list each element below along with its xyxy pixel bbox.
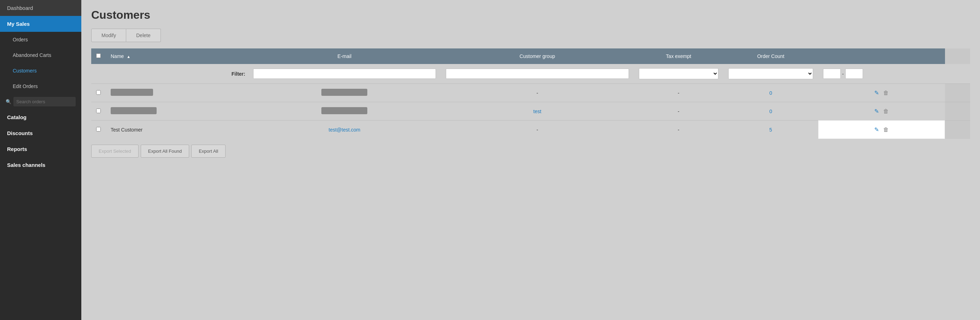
- row1-order-count-cell: 0: [723, 84, 818, 102]
- sidebar-item-edit-orders[interactable]: Edit Orders: [0, 78, 81, 94]
- delete-button[interactable]: Delete: [126, 29, 161, 42]
- sidebar-item-sales-channels[interactable]: Sales channels: [0, 157, 81, 173]
- row3-name-cell: Test Customer: [106, 121, 248, 139]
- search-orders-input[interactable]: [13, 97, 76, 107]
- row1-checkbox-cell: [91, 84, 106, 102]
- row2-name-cell: [106, 102, 248, 121]
- row3-email-cell: test@test.com: [248, 121, 441, 139]
- sidebar: Dashboard My Sales Orders Abandoned Cart…: [0, 0, 81, 320]
- name-sort-arrow: ▲: [127, 54, 130, 59]
- row2-tax-cell: -: [634, 102, 724, 121]
- row2-email-cell: [248, 102, 441, 121]
- row2-delete-button[interactable]: 🗑: [882, 107, 890, 116]
- row3-order-count-link[interactable]: 5: [769, 127, 772, 132]
- filter-range-dash: -: [842, 71, 844, 77]
- filter-name-cell: [248, 64, 441, 84]
- row1-checkbox[interactable]: [96, 90, 101, 95]
- page-title: Customers: [91, 8, 970, 22]
- filter-actions-cell: [945, 64, 970, 84]
- sidebar-item-customers[interactable]: Customers: [0, 63, 81, 78]
- sidebar-item-discounts[interactable]: Discounts: [0, 125, 81, 141]
- row3-checkbox[interactable]: [96, 127, 101, 132]
- modify-button[interactable]: Modify: [91, 29, 126, 42]
- filter-group-cell: [634, 64, 724, 84]
- filter-name-input[interactable]: [253, 68, 436, 79]
- filter-order-min-input[interactable]: [823, 68, 841, 79]
- header-email[interactable]: E-mail: [248, 48, 441, 64]
- filter-email-input[interactable]: [446, 68, 628, 79]
- header-tax-exempt[interactable]: Tax exempt: [634, 48, 724, 64]
- filter-tax-select[interactable]: [728, 68, 813, 79]
- row1-order-count-link[interactable]: 0: [769, 90, 772, 96]
- export-buttons: Export Selected Export All Found Export …: [91, 145, 970, 158]
- filter-label: Filter:: [106, 64, 248, 84]
- row1-email-placeholder: [321, 89, 368, 96]
- action-buttons: Modify Delete: [91, 29, 970, 42]
- table-header-row: Name ▲ E-mail Customer group Tax exempt …: [91, 48, 970, 64]
- row3-order-count-cell: 5: [723, 121, 818, 139]
- header-actions-col: [818, 48, 945, 64]
- filter-tax-cell: [723, 64, 818, 84]
- filter-row: Filter:: [91, 64, 970, 84]
- row1-edit-button[interactable]: ✎: [873, 88, 880, 97]
- sidebar-item-reports[interactable]: Reports: [0, 141, 81, 157]
- row1-name-placeholder: [111, 89, 153, 96]
- sidebar-item-dashboard[interactable]: Dashboard: [0, 0, 81, 16]
- row1-email-cell: [248, 84, 441, 102]
- search-icon: 🔍: [6, 99, 11, 104]
- row3-email-link[interactable]: test@test.com: [329, 127, 361, 132]
- row2-group-cell: test: [441, 102, 633, 121]
- row1-group-cell: -: [441, 84, 633, 102]
- header-name[interactable]: Name ▲: [106, 48, 248, 64]
- export-selected-button[interactable]: Export Selected: [91, 145, 138, 158]
- filter-order-max-input[interactable]: [845, 68, 863, 79]
- filter-email-cell: [441, 64, 633, 84]
- row2-name-placeholder: [111, 107, 157, 114]
- row3-delete-button[interactable]: 🗑: [882, 125, 890, 134]
- row1-tax-cell: -: [634, 84, 724, 102]
- row3-tax-cell: -: [634, 121, 724, 139]
- header-customer-group[interactable]: Customer group: [441, 48, 633, 64]
- row2-checkbox-cell: [91, 102, 106, 121]
- table-row: test - 0 ✎ 🗑: [91, 102, 970, 121]
- row2-order-count-link[interactable]: 0: [769, 108, 772, 114]
- row3-checkbox-cell: [91, 121, 106, 139]
- sidebar-item-abandoned-carts[interactable]: Abandoned Carts: [0, 48, 81, 63]
- row1-actions-cell: ✎ 🗑: [818, 84, 945, 102]
- table-row: Test Customer test@test.com - - 5 ✎ 🗑: [91, 121, 970, 139]
- row2-checkbox[interactable]: [96, 108, 101, 113]
- export-all-found-button[interactable]: Export All Found: [141, 145, 189, 158]
- main-content: Customers Modify Delete Name ▲ E-mail Cu…: [81, 0, 980, 320]
- select-all-checkbox[interactable]: [96, 53, 101, 58]
- row3-edit-button[interactable]: ✎: [873, 125, 880, 134]
- filter-checkbox-cell: [91, 64, 106, 84]
- row1-delete-button[interactable]: 🗑: [882, 88, 890, 97]
- export-all-button[interactable]: Export All: [191, 145, 226, 158]
- row2-email-placeholder: [321, 107, 368, 114]
- customers-table: Name ▲ E-mail Customer group Tax exempt …: [91, 48, 970, 139]
- header-checkbox-col: [91, 48, 106, 64]
- sidebar-item-my-sales[interactable]: My Sales: [0, 16, 81, 32]
- sidebar-item-orders[interactable]: Orders: [0, 32, 81, 48]
- table-row: - - 0 ✎ 🗑: [91, 84, 970, 102]
- row2-order-count-cell: 0: [723, 102, 818, 121]
- row2-edit-button[interactable]: ✎: [873, 107, 880, 116]
- filter-order-count-cell: -: [818, 64, 945, 84]
- row2-group-link[interactable]: test: [533, 108, 542, 114]
- row3-actions-cell: ✎ 🗑: [818, 121, 945, 139]
- sidebar-item-catalog[interactable]: Catalog: [0, 109, 81, 125]
- header-order-count[interactable]: Order Count: [723, 48, 818, 64]
- search-orders-wrap: 🔍: [0, 94, 81, 109]
- row1-name-cell: [106, 84, 248, 102]
- row2-actions-cell: ✎ 🗑: [818, 102, 945, 121]
- filter-group-select[interactable]: [639, 68, 719, 79]
- row3-group-cell: -: [441, 121, 633, 139]
